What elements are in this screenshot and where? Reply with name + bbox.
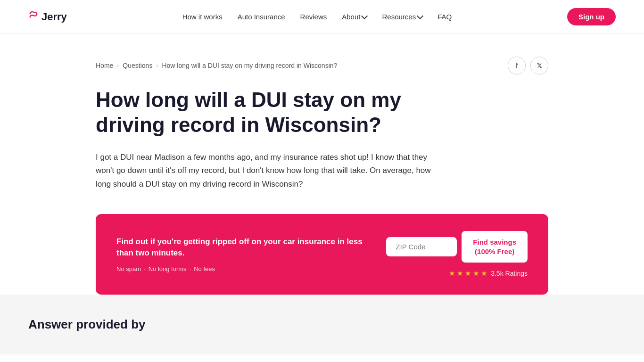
zip-code-input[interactable] [386, 237, 457, 256]
social-share-icons: f 𝕏 [508, 57, 548, 74]
twitter-share-button[interactable]: 𝕏 [530, 57, 548, 74]
cta-perk-2: No long forms [149, 265, 187, 272]
breadcrumb-questions[interactable]: Questions [123, 62, 152, 69]
nav-links: How it works Auto Insurance Reviews Abou… [182, 13, 452, 21]
about-chevron-down-icon [361, 13, 368, 19]
cta-right: Find savings (100% Free) ★ ★ ★ ★ ★ 3.5k … [386, 231, 528, 278]
logo-icon [28, 10, 39, 24]
breadcrumb-current-page: How long will a DUI stay on my driving r… [162, 62, 337, 69]
star-rating: ★ ★ ★ ★ ★ [449, 269, 487, 278]
nav-faq[interactable]: FAQ [438, 13, 452, 21]
breadcrumb-home[interactable]: Home [96, 62, 113, 69]
logo-text: Jerry [41, 11, 67, 23]
cta-inputs: Find savings (100% Free) [386, 231, 528, 263]
bottom-section: Answer provided by [0, 295, 644, 354]
breadcrumb-chevron-1: › [117, 62, 119, 69]
nav-reviews[interactable]: Reviews [300, 13, 327, 21]
main-content: Home › Questions › How long will a DUI s… [67, 34, 577, 295]
resources-chevron-down-icon [417, 13, 423, 19]
find-savings-line1: Find savings [473, 238, 516, 246]
ratings-count: 3.5k Ratings [491, 270, 528, 277]
twitter-icon: 𝕏 [537, 62, 542, 69]
facebook-icon: f [516, 62, 518, 69]
breadcrumb: Home › Questions › How long will a DUI s… [96, 57, 548, 74]
nav-about-dropdown[interactable]: About [342, 13, 367, 21]
facebook-share-button[interactable]: f [508, 57, 526, 74]
find-savings-button[interactable]: Find savings (100% Free) [462, 231, 528, 263]
cta-perk-3: No fees [194, 265, 215, 272]
cta-card: Find out if you're getting ripped off on… [96, 214, 548, 295]
cta-dot-2: · [190, 265, 191, 272]
answer-heading: Answer provided by [28, 317, 616, 332]
question-body: I got a DUI near Madison a few months ag… [96, 151, 445, 192]
find-savings-line2: (100% Free) [475, 247, 514, 255]
navbar: Jerry How it works Auto Insurance Review… [0, 0, 644, 34]
cta-perk-1: No spam [116, 265, 141, 272]
cta-left: Find out if you're getting ripped off on… [116, 236, 371, 272]
cta-perks: No spam · No long forms · No fees [116, 265, 371, 272]
nav-resources-label: Resources [382, 13, 416, 21]
cta-ratings: ★ ★ ★ ★ ★ 3.5k Ratings [449, 269, 528, 278]
breadcrumb-nav: Home › Questions › How long will a DUI s… [96, 62, 337, 69]
nav-about-label: About [342, 13, 360, 21]
signup-button[interactable]: Sign up [567, 8, 616, 25]
nav-resources-dropdown[interactable]: Resources [382, 13, 422, 21]
cta-dot-1: · [144, 265, 146, 272]
nav-auto-insurance[interactable]: Auto Insurance [238, 13, 285, 21]
nav-how-it-works[interactable]: How it works [182, 13, 223, 21]
page-title: How long will a DUI stay on my driving r… [96, 88, 445, 138]
cta-headline: Find out if you're getting ripped off on… [116, 236, 371, 259]
logo[interactable]: Jerry [28, 10, 67, 24]
breadcrumb-chevron-2: › [156, 62, 158, 69]
